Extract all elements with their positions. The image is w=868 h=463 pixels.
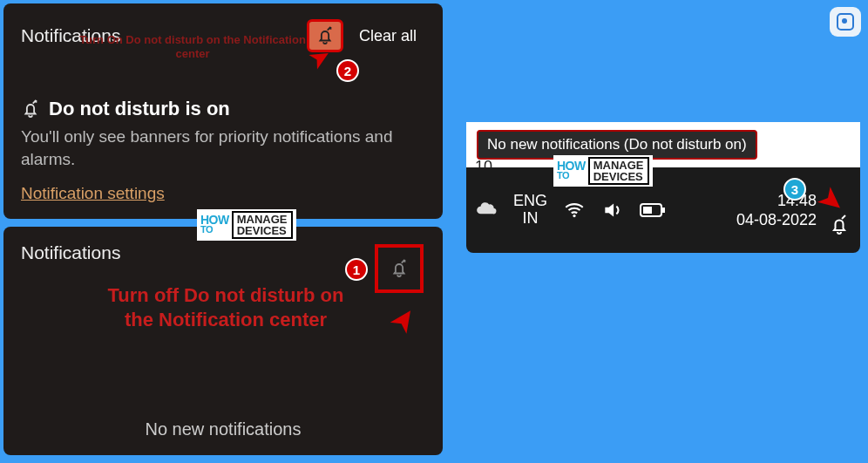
bell-dnd-icon <box>390 259 409 278</box>
step-badge-1: 1 <box>345 258 368 281</box>
battery-icon[interactable] <box>640 201 666 219</box>
logo-how: HOWTO <box>557 161 586 180</box>
svg-rect-3 <box>643 207 652 214</box>
logo-manage-devices: MANAGEDEVICES <box>232 211 293 239</box>
clear-all-button[interactable]: Clear all <box>350 22 425 51</box>
panel2-title: Notifications <box>21 242 425 263</box>
arrow-icon: ➤ <box>381 299 426 342</box>
no-new-notifications-text: No new notifications <box>3 419 443 439</box>
logo-manage-devices: MANAGEDEVICES <box>588 157 649 185</box>
snipping-tool-button[interactable] <box>830 7 861 37</box>
dnd-heading: Do not disturb is on <box>49 98 230 120</box>
annotation-turn-off: Turn off Do not disturb on the Notificat… <box>95 283 356 331</box>
volume-icon[interactable] <box>601 199 624 221</box>
svg-rect-2 <box>662 208 665 213</box>
tooltip-row: No new notifications (Do not disturb on)… <box>466 122 860 167</box>
notification-panel-dnd-off: Notifications 1 Turn off Do not disturb … <box>3 227 443 455</box>
step-badge-3: 3 <box>783 178 806 201</box>
svg-point-0 <box>573 214 575 217</box>
watermark-logo: HOWTO MANAGEDEVICES <box>553 155 653 187</box>
annotation-turn-on: Turn On Do not disturb on the Notificati… <box>75 33 310 62</box>
taskbar: ENGIN 14:4804-08-2022 3 ➤ <box>466 167 860 253</box>
notification-panel-dnd-on: Notifications Clear all Turn On Do not d… <box>3 3 443 219</box>
logo-how: HOWTO <box>200 215 229 234</box>
taskbar-panel: No new notifications (Do not disturb on)… <box>466 122 860 253</box>
bell-dnd-icon <box>21 99 40 119</box>
onedrive-icon[interactable] <box>475 199 498 221</box>
snip-icon <box>837 13 854 31</box>
notification-settings-link[interactable]: Notification settings <box>21 184 165 203</box>
wifi-icon[interactable] <box>563 199 586 221</box>
dnd-toggle-off-button[interactable] <box>375 244 424 293</box>
clock[interactable]: 14:4804-08-2022 <box>736 191 817 230</box>
dnd-status-row: Do not disturb is on <box>21 98 425 120</box>
dnd-description: You'll only see banners for priority not… <box>21 126 425 170</box>
step-badge-2: 2 <box>336 59 359 82</box>
watermark-logo: HOWTO MANAGEDEVICES <box>197 209 296 241</box>
language-indicator[interactable]: ENGIN <box>513 193 547 228</box>
